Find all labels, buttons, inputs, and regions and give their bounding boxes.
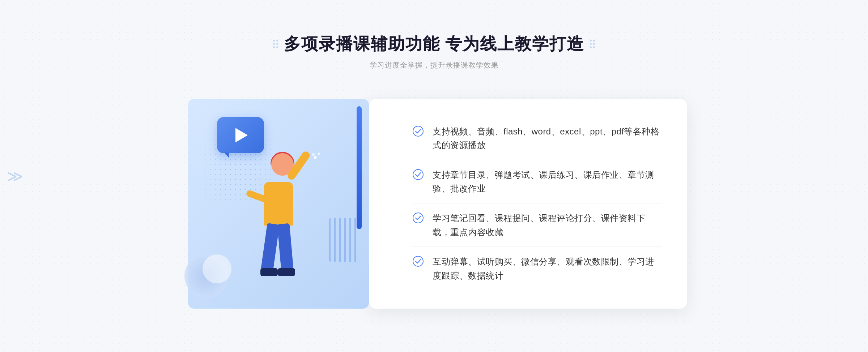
circle-decoration-2	[203, 254, 231, 283]
svg-point-0	[413, 126, 423, 136]
feature-item-4: 互动弹幕、试听购买、微信分享、观看次数限制、学习进度跟踪、数据统计	[412, 248, 662, 290]
feature-item-2: 支持章节目录、弹题考试、课后练习、课后作业、章节测验、批改作业	[412, 161, 662, 203]
person-leg-left	[261, 223, 280, 271]
content-area: 支持视频、音频、flash、word、excel、ppt、pdf等各种格式的资源…	[181, 88, 687, 319]
stripe-decoration	[329, 218, 358, 262]
person-leg-right	[277, 223, 293, 271]
title-dots-left	[273, 40, 278, 48]
feature-text-1: 支持视频、音频、flash、word、excel、ppt、pdf等各种格式的资源…	[433, 125, 662, 153]
subtitle: 学习进度全掌握，提升录播课教学效果	[273, 60, 595, 70]
svg-point-1	[413, 169, 423, 180]
person-illustration	[228, 153, 329, 312]
check-circle-icon-4	[412, 256, 424, 267]
check-circle-icon-2	[412, 169, 424, 180]
chevron-left-icon: ≫	[7, 168, 23, 185]
svg-point-2	[413, 213, 423, 223]
person-shoe-right	[278, 268, 295, 276]
features-panel: 支持视频、音频、flash、word、excel、ppt、pdf等各种格式的资源…	[369, 99, 687, 309]
feature-text-4: 互动弹幕、试听购买、微信分享、观看次数限制、学习进度跟踪、数据统计	[433, 255, 662, 283]
illustration-container	[181, 88, 391, 319]
play-icon	[235, 128, 248, 142]
title-row: 多项录播课辅助功能 专为线上教学打造	[273, 33, 595, 55]
title-dots-right	[590, 40, 595, 48]
page-wrapper: 多项录播课辅助功能 专为线上教学打造 学习进度全掌握，提升录播课教学效果 ≫	[0, 0, 868, 352]
feature-text-2: 支持章节目录、弹题考试、课后练习、课后作业、章节测验、批改作业	[433, 168, 662, 196]
light-beam	[311, 160, 312, 162]
svg-point-3	[413, 256, 423, 266]
blue-vertical-bar	[357, 106, 362, 229]
feature-item-1: 支持视频、音频、flash、word、excel、ppt、pdf等各种格式的资源…	[412, 117, 662, 160]
person-body	[264, 182, 293, 226]
play-bubble	[217, 117, 264, 153]
person-shoe-left	[260, 268, 278, 276]
check-circle-icon-1	[412, 125, 424, 137]
check-circle-icon-3	[412, 212, 424, 224]
feature-text-3: 学习笔记回看、课程提问、课程评论打分、课件资料下载，重点内容收藏	[433, 211, 662, 239]
left-chevron-decoration: ≫	[7, 167, 23, 185]
main-title: 多项录播课辅助功能 专为线上教学打造	[284, 33, 584, 55]
header-section: 多项录播课辅助功能 专为线上教学打造 学习进度全掌握，提升录播课教学效果	[273, 33, 595, 70]
feature-item-3: 学习笔记回看、课程提问、课程评论打分、课件资料下载，重点内容收藏	[412, 204, 662, 247]
